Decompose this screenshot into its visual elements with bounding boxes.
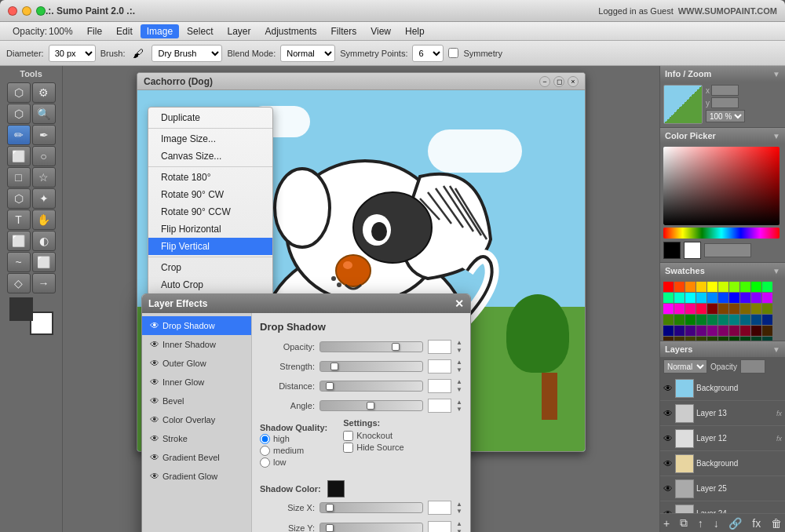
canvas-minimize[interactable]: − [539,76,550,87]
swatch-item[interactable] [707,304,717,314]
quality-low-radio[interactable] [260,457,270,468]
background-color[interactable] [30,312,53,335]
blend-select[interactable]: NormalMultiplyScreen [280,45,335,62]
sizex-slider-value[interactable]: 5 [428,501,451,515]
swatch-item[interactable] [729,304,739,314]
swatch-item[interactable] [740,315,750,325]
menu-edit[interactable]: Edit [110,24,139,38]
swatch-item[interactable] [740,293,750,303]
swatch-item[interactable] [707,326,717,336]
effect-outer-glow[interactable]: 👁 Outer Glow [142,354,251,373]
add-layer-button[interactable]: + [663,517,670,530]
angle-slider-thumb[interactable] [367,402,374,410]
brush-select[interactable]: Dry BrushRoundSoft [152,45,222,62]
hide-source-checkbox[interactable] [343,443,353,453]
menu-image[interactable]: Image [141,24,179,38]
swatch-item[interactable] [696,315,706,325]
menu-item-rotate-180[interactable]: Rotate 180° [148,169,272,186]
tool-magic-wand[interactable]: ⬡ [7,104,31,124]
swatch-item[interactable] [696,304,706,314]
distance-down-arrow[interactable]: ▼ [456,386,462,394]
distance-slider-value[interactable]: 5 [428,379,451,393]
menu-item-canvas-size[interactable]: Canvas Size... [148,148,272,165]
effect-inner-shadow[interactable]: 👁 Inner Shadow [142,335,251,354]
distance-slider-track[interactable] [319,381,423,392]
swatch-item[interactable] [751,304,761,314]
tool-pencil[interactable]: ✒ [32,125,56,145]
sizex-slider-track[interactable] [319,502,423,513]
y-coord-input[interactable] [711,97,739,108]
swatch-item[interactable] [740,304,750,314]
sizey-slider-thumb[interactable] [326,524,334,532]
foreground-color[interactable] [9,297,33,321]
opacity-slider-track[interactable] [319,341,423,352]
swatch-item[interactable] [740,326,750,336]
opacity-down-arrow[interactable]: ▼ [456,347,462,355]
swatch-item[interactable] [762,326,772,336]
tool-text[interactable]: T [7,210,31,230]
swatch-item[interactable] [696,326,706,336]
layer-visibility-toggle[interactable]: 👁 [663,383,673,394]
tool-blur[interactable]: ⬜ [32,252,56,272]
tool-select[interactable]: ⬡ [7,82,31,103]
swatch-item[interactable] [751,293,761,303]
swatch-item[interactable] [685,293,696,303]
swatch-item[interactable] [685,282,696,292]
move-down-button[interactable]: ↓ [714,517,719,530]
swatch-item[interactable] [696,282,706,292]
swatch-item[interactable] [729,293,739,303]
swatch-item[interactable] [751,326,761,336]
menu-item-auto-crop[interactable]: Auto Crop [148,276,272,293]
layer-item[interactable]: 👁 Layer 13 fx [660,401,785,426]
swatch-item[interactable] [729,315,739,325]
effect-stroke[interactable]: 👁 Stroke [142,429,251,448]
symmetry-checkbox[interactable] [448,48,458,58]
sizey-slider-value[interactable]: 5 [428,521,451,532]
swatch-item[interactable] [685,315,696,325]
swatch-item[interactable] [674,293,685,303]
duplicate-layer-button[interactable]: ⧉ [680,516,688,530]
effect-drop-shadow[interactable]: 👁 Drop Shadow [142,316,251,335]
sizex-down-arrow[interactable]: ▼ [456,508,462,516]
layer-item[interactable]: 👁 Layer 24 [660,501,785,513]
swatch-item[interactable] [674,282,685,292]
sizey-slider-track[interactable] [319,523,423,532]
swatch-item[interactable] [674,304,685,314]
swatch-item[interactable] [762,315,772,325]
swatch-item[interactable] [718,315,728,325]
swatch-item[interactable] [729,282,739,292]
tool-gradient[interactable]: ◐ [32,231,56,251]
angle-slider-track[interactable] [319,400,423,411]
close-button[interactable] [8,6,17,16]
color-gradient[interactable] [663,147,780,225]
layer-item[interactable]: 👁 Background [660,451,785,476]
knockout-checkbox[interactable] [343,431,353,441]
layer-item[interactable]: 👁 Layer 25 [660,476,785,501]
tool-smudge[interactable]: ~ [7,252,31,272]
layer-item[interactable]: 👁 Layer 12 fx [660,426,785,451]
tool-hand[interactable]: ✋ [32,210,56,230]
menu-filters[interactable]: Filters [325,24,363,38]
minimize-button[interactable] [22,6,31,16]
strength-slider-value[interactable]: 10 [428,359,451,373]
swatch-item[interactable] [663,304,674,314]
swatch-item[interactable] [663,315,674,325]
sizey-up-arrow[interactable]: ▲ [456,520,462,528]
canvas-restore[interactable]: ◻ [553,76,564,87]
color-squares[interactable] [9,297,53,335]
layer-visibility-toggle[interactable]: 👁 [663,483,673,494]
layers-arrow[interactable]: ▼ [772,345,780,354]
swatch-item[interactable] [762,293,772,303]
swatch-item[interactable] [718,282,728,292]
tool-shape[interactable]: □ [7,167,31,188]
dialog-close-button[interactable]: ✕ [455,297,464,310]
swatch-item[interactable] [696,293,706,303]
tool-eraser[interactable]: ⬜ [7,146,31,166]
color-picker-arrow[interactable]: ▼ [772,132,780,140]
tool-zoom[interactable]: 🔍 [32,104,56,124]
strength-down-arrow[interactable]: ▼ [456,366,462,374]
zoom-select[interactable]: 100 %50 %200 % [706,110,745,122]
menu-help[interactable]: Help [399,24,431,38]
swatch-item[interactable] [685,304,696,314]
strength-up-arrow[interactable]: ▲ [456,359,462,366]
